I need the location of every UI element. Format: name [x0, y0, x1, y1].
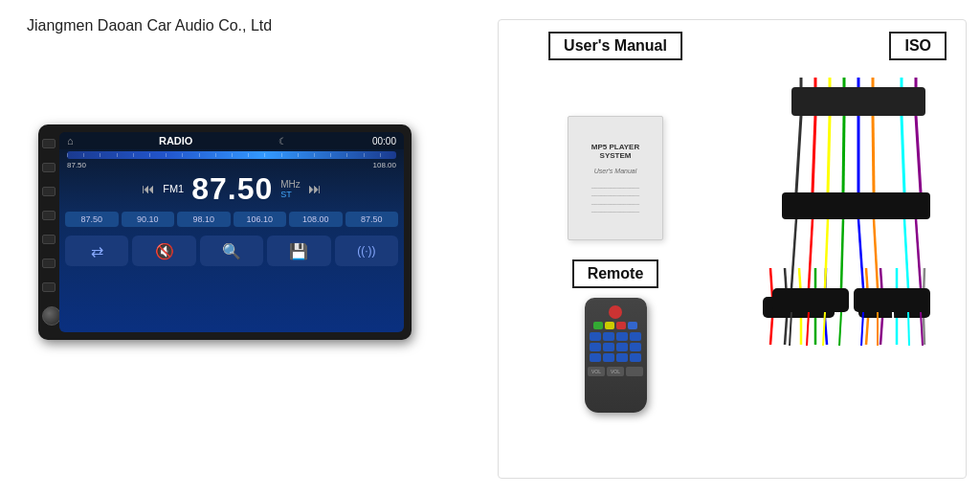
side-btn-6[interactable]	[42, 259, 56, 268]
remote-btn-9[interactable]	[590, 353, 601, 362]
mute-button[interactable]: 🔇	[132, 236, 195, 266]
svg-line-16	[902, 116, 904, 192]
svg-line-34	[908, 312, 909, 346]
svg-line-12	[843, 116, 844, 192]
audio-button[interactable]: ((·))	[335, 236, 398, 266]
svg-line-20	[825, 219, 828, 288]
remote-btn-10[interactable]	[603, 353, 614, 362]
remote-btn-6[interactable]	[603, 343, 614, 351]
remote-btn-3[interactable]	[616, 332, 628, 341]
next-station-button[interactable]: ⏭	[308, 181, 322, 196]
remote-btn-7[interactable]	[616, 343, 628, 351]
svg-line-35	[921, 312, 923, 346]
function-buttons: ⇄ 🔇 🔍 💾 ((·))	[59, 232, 404, 270]
remote-btn-4[interactable]	[630, 332, 641, 341]
fm-band-label: FM1	[163, 183, 184, 194]
product-panel: User's Manual MP5 PLAYER SYSTEM User's M…	[498, 19, 967, 479]
home-icon: ⌂	[67, 135, 74, 146]
side-btn-3[interactable]	[42, 187, 56, 196]
manual-book-title: MP5 PLAYER SYSTEM	[578, 143, 653, 160]
manual-section: User's Manual MP5 PLAYER SYSTEM User's M…	[499, 20, 732, 250]
side-btn-2[interactable]	[42, 163, 56, 172]
svg-line-23	[874, 219, 878, 288]
wire-harness	[763, 78, 935, 240]
connector-block-top	[791, 87, 925, 116]
freq-end: 108.00	[373, 161, 396, 169]
side-btn-4[interactable]	[42, 211, 56, 220]
radio-screen: ⌂ RADIO ☾ 00:00	[59, 132, 404, 332]
svg-line-14	[873, 116, 874, 192]
remote-control: VOL VOL	[585, 298, 647, 413]
side-btn-1[interactable]	[42, 139, 56, 148]
remote-vol-up[interactable]: VOL	[607, 367, 624, 376]
svg-line-21	[841, 219, 843, 288]
remote-btn-yellow[interactable]	[605, 322, 614, 329]
svg-line-27	[790, 312, 791, 346]
preset-5[interactable]: 108.00	[289, 212, 343, 227]
preset-channels: 87.50 90.10 98.10 106.10 108.00 87.50	[59, 210, 404, 229]
svg-line-25	[904, 219, 908, 288]
source-button[interactable]: ⇄	[65, 236, 128, 266]
remote-btn-8[interactable]	[630, 343, 641, 351]
remote-btn-blue[interactable]	[628, 322, 637, 329]
iso-section: ISO	[732, 20, 966, 250]
svg-line-28	[807, 312, 809, 346]
remote-label: Remote	[572, 259, 659, 288]
preset-1[interactable]: 87.50	[65, 212, 119, 227]
save-button[interactable]: 💾	[267, 236, 330, 266]
remote-section: Remote	[499, 250, 732, 478]
svg-line-10	[813, 116, 815, 192]
remote-btn-11[interactable]	[616, 353, 628, 362]
volume-knob[interactable]	[42, 306, 61, 326]
svg-line-9	[796, 116, 801, 192]
manual-book: MP5 PLAYER SYSTEM User's Manual ________…	[568, 116, 663, 240]
svg-line-22	[858, 219, 863, 288]
clock-display: 00:00	[372, 136, 396, 146]
svg-line-30	[839, 312, 841, 346]
mhz-label: MHz	[280, 179, 301, 190]
svg-line-17	[916, 116, 921, 192]
remote-power-button[interactable]	[609, 305, 622, 319]
remote-btn-2[interactable]	[603, 332, 614, 341]
remote-btn-red[interactable]	[616, 322, 626, 329]
manual-label: User's Manual	[548, 32, 682, 60]
wire-harness-svg	[763, 78, 954, 403]
screen-mode-label: RADIO	[159, 135, 192, 146]
svg-line-18	[791, 219, 796, 288]
side-btn-5[interactable]	[42, 235, 56, 244]
frequency-display: 87.50	[191, 173, 273, 204]
freq-range-labels: 87.50 108.00	[59, 161, 404, 169]
preset-3[interactable]: 98.10	[177, 212, 231, 227]
connector-right-bottom	[854, 288, 930, 312]
svg-line-29	[823, 312, 825, 346]
remote-btn-1[interactable]	[590, 332, 601, 341]
preset-6[interactable]: 87.50	[345, 212, 399, 227]
freq-start: 87.50	[67, 161, 86, 169]
svg-line-33	[893, 312, 894, 346]
svg-line-24	[889, 219, 893, 288]
svg-line-11	[828, 116, 830, 192]
preset-2[interactable]: 90.10	[122, 212, 175, 227]
stereo-label: ST	[280, 190, 292, 199]
prev-station-button[interactable]: ⏮	[142, 181, 155, 196]
preset-4[interactable]: 106.10	[234, 212, 287, 227]
remote-btn-5[interactable]	[590, 343, 601, 351]
radio-body: ⌂ RADIO ☾ 00:00	[38, 124, 412, 340]
remote-btn-green[interactable]	[593, 322, 603, 329]
svg-line-26	[916, 219, 921, 288]
remote-btn-12[interactable]	[630, 353, 641, 362]
radio-side-buttons	[38, 124, 61, 340]
connector-block-mid	[782, 192, 930, 219]
remote-vol-down[interactable]: VOL	[588, 367, 605, 376]
manual-book-lines: _______________ _______________ ________…	[591, 182, 639, 214]
frequency-bar	[67, 151, 396, 159]
radio-unit: ⌂ RADIO ☾ 00:00	[38, 124, 421, 345]
main-freq-row: ⏮ FM1 87.50 MHz ST ⏭	[59, 169, 404, 208]
freq-unit-stereo: MHz ST	[280, 179, 301, 199]
side-btn-7[interactable]	[42, 282, 56, 292]
company-name: Jiangmen Daoan Car Audio Co., Ltd	[27, 17, 272, 34]
svg-line-19	[809, 219, 813, 288]
search-button[interactable]: 🔍	[200, 236, 263, 266]
screen-topbar: ⌂ RADIO ☾ 00:00	[59, 132, 404, 149]
remote-extra[interactable]	[626, 367, 643, 376]
